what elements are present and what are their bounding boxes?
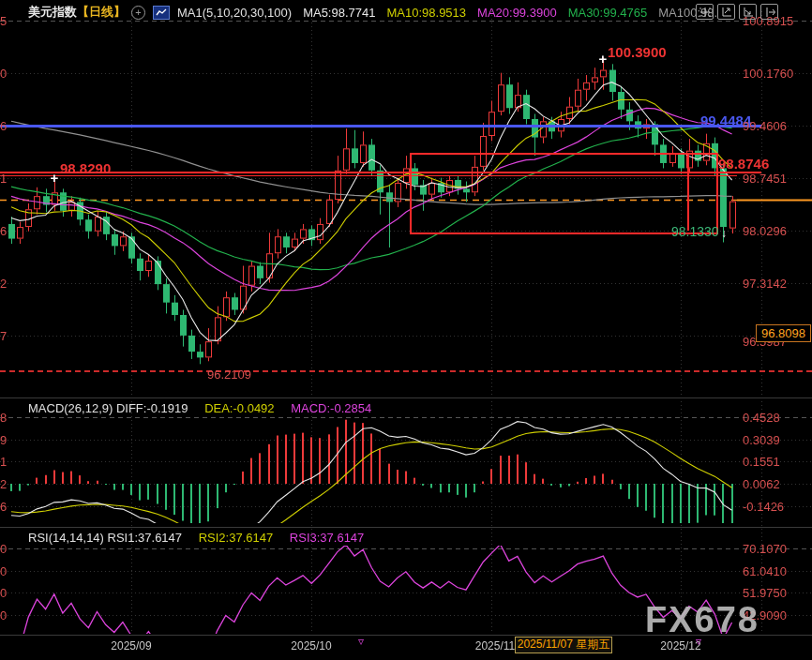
axis-label-fragment: 1 [0, 456, 7, 468]
chart-canvas[interactable] [0, 0, 812, 660]
macd-axis-label: 0.0062 [743, 478, 780, 490]
line-chart-glyph [156, 8, 167, 17]
extreme-cross-marker: + [599, 52, 608, 66]
exit-fullscreen-icon[interactable] [760, 4, 778, 20]
ma-value-label: MA30:99.4765 [568, 6, 648, 20]
y-axis-scale-icon[interactable] [717, 4, 735, 20]
instrument-title: 美元指数 [28, 4, 77, 21]
x-axis-scale-icon[interactable] [739, 4, 757, 20]
level-label-988290: 98.8290 [60, 161, 111, 175]
price-axis-label: 99.4606 [743, 120, 787, 132]
price-axis-label: 98.0296 [743, 225, 787, 237]
axis-label-fragment: 0 [0, 68, 7, 80]
axis-label-fragment: 0 [0, 609, 7, 622]
price-axis-label: 98.7451 [743, 172, 787, 185]
ma-value-label: MA10:98.9513 [386, 6, 466, 20]
chart-header: 美元指数 【日线】 + MA1(5,10,20,30,100) MA5:98.7… [0, 0, 812, 24]
price-axis-label: 100.1760 [743, 68, 793, 80]
axis-label-fragment: 9 [0, 434, 7, 446]
axis-label-fragment: 8 [0, 412, 7, 424]
axis-label-fragment: 6 [0, 120, 7, 132]
macd-dea-label: DEA:-0.0492 [204, 401, 274, 415]
axis-label-fragment: 0 [0, 565, 7, 578]
event-arrow-icon: ▿ [358, 636, 364, 647]
chart-toolbar [692, 4, 778, 20]
trading-app-window: { "header": { "title": "美元指数", "period":… [0, 0, 812, 660]
range-box-annotation[interactable] [410, 153, 718, 234]
sell-arrow-icon: ↓ [721, 228, 727, 239]
macd-diff-label: MACD(26,12,9) DIFF:-0.1919 [28, 401, 188, 415]
axis-label-fragment: 7 [0, 330, 7, 342]
crosshair-price-box: 96.8098 [756, 324, 811, 342]
period-label: 【日线】 [77, 4, 126, 21]
rsi-legend: RSI(14,14,14) RSI1:37.6147 RSI2:37.6147 … [28, 531, 377, 545]
chart-type-icon[interactable] [153, 6, 170, 20]
axis-label-fragment: 1 [0, 172, 7, 185]
macd-axis-label: -0.1426 [743, 501, 784, 513]
crosshair-date-box: 2025/11/07 星期五 [515, 637, 612, 653]
axis-label-fragment: 6 [0, 501, 7, 513]
plus-circle-icon[interactable]: + [131, 6, 145, 20]
axis-label-fragment: 2 [0, 278, 7, 290]
x-axis-label: 2025/09 [111, 640, 151, 652]
level-label-988746: 98.8746 [718, 157, 769, 171]
rsi-axis-label: 70.1070 [743, 543, 787, 555]
ma-value-label: MA5:98.7741 [303, 6, 375, 20]
rsi1-label: RSI(14,14,14) RSI1:37.6147 [28, 531, 182, 545]
rsi-axis-label: 61.0410 [743, 565, 787, 578]
history-low-dashed-line[interactable] [0, 370, 812, 372]
range-box-inner-line[interactable] [687, 153, 689, 231]
macd-axis-label: 0.3039 [743, 434, 780, 446]
macd-legend: MACD(26,12,9) DIFF:-0.1919 DEA:-0.0492 M… [28, 401, 384, 415]
price-axis-label: 97.3142 [743, 278, 787, 290]
swing-high-label: 100.3900 [608, 45, 667, 59]
macd-bar-label: MACD:-0.2854 [291, 401, 371, 415]
extreme-cross-marker: + [51, 171, 59, 185]
macd-axis-label: 0.4528 [743, 412, 780, 424]
ma-group-label: MA1(5,10,20,30,100) [177, 6, 292, 20]
macd-axis-label: 0.1551 [743, 456, 780, 468]
axis-label-fragment: 6 [0, 225, 7, 237]
ma-legend: MA5:98.7741MA10:98.9513MA20:99.3900MA30:… [292, 6, 717, 20]
x-axis-label: 2025/11 [475, 640, 516, 652]
rsi3-label: RSI3:37.6147 [290, 531, 365, 545]
pan-icon[interactable] [696, 4, 714, 20]
resistance-line-blue[interactable] [0, 125, 761, 128]
axis-label-fragment: 2 [0, 478, 7, 490]
level-label-981330: 98.1330 [671, 225, 719, 238]
rsi2-label: RSI2:37.6147 [199, 531, 274, 545]
swing-low-label: 96.2109 [207, 368, 251, 381]
axis-label-fragment: 0 [0, 543, 7, 555]
fx678-watermark: FX678 [645, 600, 759, 640]
ma-value-label: MA20:99.3900 [477, 6, 557, 20]
axis-label-fragment: 0 [0, 587, 7, 599]
rsi-axis-label: 51.9750 [743, 587, 787, 599]
x-axis-label: 2025/10 [291, 640, 331, 652]
